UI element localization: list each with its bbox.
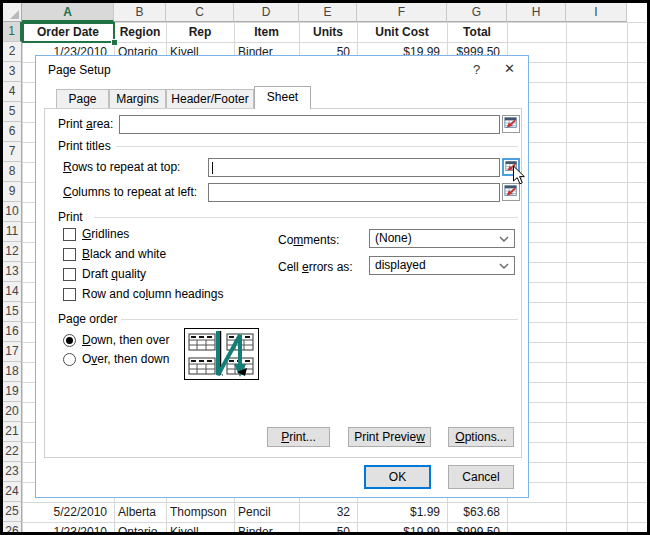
cell-errors-dropdown[interactable]: displayed <box>369 256 515 275</box>
cell[interactable]: Unit Cost <box>358 22 446 42</box>
screenshot-frame: ABCDEFGHI 123456789101112131415161718192… <box>0 0 650 535</box>
row-header-12[interactable]: 12 <box>3 242 22 262</box>
black-and-white-checkbox[interactable] <box>63 248 76 261</box>
row-header-25[interactable]: 25 <box>3 502 22 522</box>
draft-quality-label[interactable]: Draft quality <box>82 267 146 281</box>
over-then-down-label[interactable]: Over, then down <box>82 352 169 366</box>
cell[interactable]: Ontario <box>115 522 165 532</box>
cell[interactable]: Pencil <box>235 502 298 522</box>
cell[interactable]: Item <box>235 22 298 42</box>
tab-sheet[interactable]: Sheet <box>254 86 311 109</box>
row-column-headings-checkbox[interactable] <box>63 288 76 301</box>
rows-repeat-input[interactable] <box>208 158 500 177</box>
print-button[interactable]: Print... <box>267 427 330 447</box>
gridlines-checkbox[interactable] <box>63 228 76 241</box>
column-header-h[interactable]: H <box>507 3 566 22</box>
column-header-f[interactable]: F <box>357 3 447 22</box>
tab-page[interactable]: Page <box>56 89 109 108</box>
chevron-down-icon <box>499 263 509 269</box>
draft-quality-checkbox[interactable] <box>63 268 76 281</box>
gridlines-label[interactable]: Gridlines <box>82 227 129 241</box>
print-preview-button[interactable]: Print Preview <box>348 427 431 447</box>
cell[interactable]: Total <box>448 22 506 42</box>
print-area-input[interactable] <box>119 115 500 134</box>
cell[interactable]: Region <box>115 22 165 42</box>
cell[interactable]: Kivell <box>167 522 233 532</box>
options-button[interactable]: Options... <box>448 427 514 447</box>
cell[interactable]: Rep <box>167 22 233 42</box>
close-button[interactable]: ✕ <box>504 61 515 76</box>
column-header-a[interactable]: A <box>22 3 114 22</box>
down-then-over-label[interactable]: Down, then over <box>82 333 169 347</box>
row-header-17[interactable]: 17 <box>3 342 22 362</box>
help-button[interactable]: ? <box>473 62 480 77</box>
over-then-down-radio[interactable] <box>63 353 76 366</box>
row-header-13[interactable]: 13 <box>3 262 22 282</box>
cell[interactable]: $999.50 <box>448 522 506 532</box>
row-header-4[interactable]: 4 <box>3 82 22 102</box>
cell[interactable]: 50 <box>300 522 356 532</box>
row-header-6[interactable]: 6 <box>3 122 22 142</box>
cell[interactable]: $63.68 <box>448 502 506 522</box>
row-header-1[interactable]: 1 <box>3 22 22 42</box>
cell[interactable]: $19.99 <box>358 522 446 532</box>
comments-dropdown[interactable]: (None) <box>369 229 515 248</box>
column-header-i[interactable]: I <box>566 3 627 22</box>
row-header-16[interactable]: 16 <box>3 322 22 342</box>
rows-repeat-label: Rows to repeat at top: <box>63 160 180 174</box>
cols-repeat-label: Columns to repeat at left: <box>63 185 197 199</box>
down-then-over-radio[interactable] <box>63 334 76 347</box>
row-header-9[interactable]: 9 <box>3 182 22 202</box>
tab-header-footer[interactable]: Header/Footer <box>166 89 254 108</box>
cell[interactable]: 32 <box>300 502 356 522</box>
row-header-8[interactable]: 8 <box>3 162 22 182</box>
cell[interactable]: $1.99 <box>358 502 446 522</box>
cell[interactable]: 1/23/2010 <box>23 522 113 532</box>
print-titles-group-label: Print titles <box>58 139 111 153</box>
cols-repeat-input[interactable] <box>208 183 500 202</box>
cell[interactable]: Thompson <box>167 502 233 522</box>
black-and-white-label[interactable]: Black and white <box>82 247 166 261</box>
row-column-headings-label[interactable]: Row and column headings <box>82 287 223 301</box>
row-header-10[interactable]: 10 <box>3 202 22 222</box>
row-header-18[interactable]: 18 <box>3 362 22 382</box>
column-header-d[interactable]: D <box>234 3 299 22</box>
row-header-24[interactable]: 24 <box>3 482 22 502</box>
collapse-dialog-icon[interactable] <box>502 115 520 133</box>
row-header-7[interactable]: 7 <box>3 142 22 162</box>
column-header-e[interactable]: E <box>299 3 357 22</box>
row-header-19[interactable]: 19 <box>3 382 22 402</box>
row-header-14[interactable]: 14 <box>3 282 22 302</box>
row-header-11[interactable]: 11 <box>3 222 22 242</box>
ok-button[interactable]: OK <box>364 465 431 489</box>
page-order-preview-image <box>184 328 259 383</box>
page-order-group-label: Page order <box>58 312 117 326</box>
print-group-label: Print <box>58 210 83 224</box>
tab-margins[interactable]: Margins <box>109 89 166 108</box>
column-header-g[interactable]: G <box>447 3 507 22</box>
row-header-23[interactable]: 23 <box>3 462 22 482</box>
column-header-c[interactable]: C <box>166 3 234 22</box>
row-header-2[interactable]: 2 <box>3 42 22 62</box>
fill-handle[interactable] <box>111 39 118 46</box>
mouse-cursor <box>512 165 526 190</box>
page-setup-dialog: Page Setup ? ✕ Page Margins Header/Foote… <box>35 55 529 498</box>
cell[interactable]: Units <box>300 22 356 42</box>
row-header-3[interactable]: 3 <box>3 62 22 82</box>
column-header-b[interactable]: B <box>114 3 166 22</box>
group-divider <box>121 319 518 320</box>
cancel-button[interactable]: Cancel <box>448 465 514 489</box>
row-header-22[interactable]: 22 <box>3 442 22 462</box>
cell[interactable]: 5/22/2010 <box>23 502 113 522</box>
row-header-26[interactable]: 26 <box>3 522 22 532</box>
row-header-5[interactable]: 5 <box>3 102 22 122</box>
cell[interactable]: Alberta <box>115 502 165 522</box>
select-all-corner[interactable] <box>3 3 22 22</box>
row-header-21[interactable]: 21 <box>3 422 22 442</box>
row-header-20[interactable]: 20 <box>3 402 22 422</box>
print-area-label: Print area: <box>58 117 113 131</box>
gridline <box>627 22 628 532</box>
cell[interactable]: Binder <box>235 522 298 532</box>
row-header-15[interactable]: 15 <box>3 302 22 322</box>
gridline <box>566 22 567 532</box>
